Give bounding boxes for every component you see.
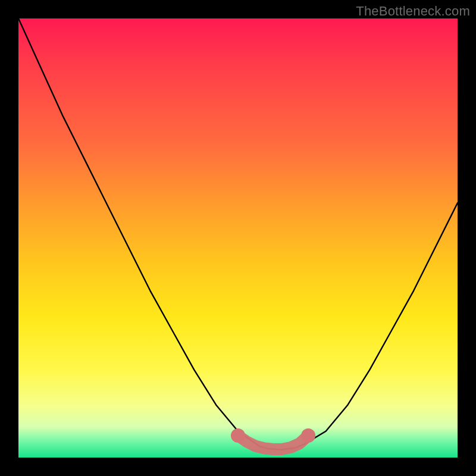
chart-frame: TheBottleneck.com	[0, 0, 476, 476]
svg-point-1	[301, 428, 315, 443]
curve-svg	[18, 18, 458, 458]
svg-point-0	[231, 428, 245, 443]
watermark-text: TheBottleneck.com	[356, 4, 470, 19]
highlight-markers	[231, 428, 315, 449]
gradient-plot-area	[18, 18, 458, 458]
bottleneck-curve	[18, 18, 458, 450]
